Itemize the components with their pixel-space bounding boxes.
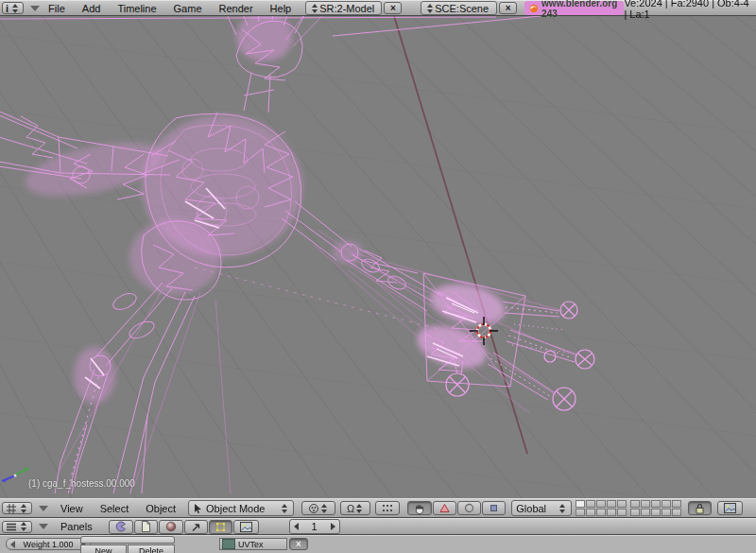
script-context-button[interactable]	[134, 520, 158, 534]
pivot-stepper-icon	[356, 504, 362, 513]
object-context-button[interactable]	[184, 520, 208, 534]
layer-buttons-1[interactable]	[576, 500, 627, 516]
editing-context-button[interactable]	[209, 520, 232, 534]
vertex-group-delete-button[interactable]: Delete	[128, 544, 175, 553]
context-button-group	[109, 520, 259, 534]
render-preview-button[interactable]	[717, 501, 743, 515]
menu-panels[interactable]: Panels	[52, 521, 101, 532]
buttons-editor-type-button[interactable]	[2, 521, 32, 533]
center-points-button[interactable]	[375, 501, 400, 515]
viewport-3d[interactable]: (1) cga_f_hostess.00.000	[0, 16, 756, 498]
close-icon: ×	[296, 540, 301, 549]
pivot-dropdown[interactable]: Ω	[340, 501, 370, 515]
wireframe-model[interactable]	[0, 16, 594, 493]
logic-context-button[interactable]	[109, 520, 133, 534]
orientation-stepper-icon	[559, 504, 565, 513]
frame-decrement-icon[interactable]	[294, 523, 299, 530]
scene-selector-value: SCE:Scene	[435, 3, 489, 14]
orientation-dropdown[interactable]: Global	[511, 500, 572, 516]
screen-selector-value: SR:2-Model	[319, 3, 374, 14]
menu-file[interactable]: File	[40, 3, 74, 14]
new-button-label: New	[94, 546, 112, 553]
layer-buttons-2[interactable]	[630, 500, 681, 516]
blender-window: i File Add Timeline Game Render Help SR:…	[0, 0, 756, 553]
scene-stats: Ve:2024 | Fa:2940 | Ob:4-4 | La:1	[624, 0, 751, 20]
scene-image-icon	[240, 522, 252, 532]
editor-type-button[interactable]	[2, 502, 32, 514]
draw-type-icon	[308, 503, 319, 514]
uvtex-name-field[interactable]: UVTex	[219, 538, 287, 550]
frame-increment-icon[interactable]	[331, 523, 335, 530]
close-icon: ×	[506, 4, 511, 13]
uvtex-delete-button[interactable]: ×	[289, 538, 308, 550]
layer-lock-button[interactable]	[688, 501, 712, 515]
scene-context-button[interactable]	[233, 520, 259, 534]
object-arrow-icon	[191, 522, 201, 532]
script-icon	[141, 521, 151, 532]
object-mode-icon	[193, 503, 203, 513]
active-object-label: (1) cga_f_hostess.00.000	[28, 478, 135, 489]
editing-mesh-icon	[215, 522, 226, 532]
version-banner: www.blender.org 243	[524, 1, 624, 15]
view-axis-indicator	[2, 468, 28, 482]
shading-sphere-icon	[165, 521, 177, 532]
lock-icon	[695, 503, 705, 514]
center-points-icon	[382, 504, 393, 513]
manipulator-scale-button[interactable]	[482, 501, 506, 515]
viewport-canvas[interactable]	[0, 16, 756, 498]
draw-type-stepper-icon	[321, 504, 327, 513]
draw-type-dropdown[interactable]	[301, 501, 335, 515]
scale-square-icon	[489, 503, 499, 513]
menu-help[interactable]: Help	[262, 3, 301, 14]
translate-triangle-icon	[439, 503, 450, 513]
buttons-editor-icon	[6, 522, 17, 532]
editor-type-stepper-icon	[21, 504, 26, 513]
mode-stepper-icon	[282, 504, 287, 513]
menu-view[interactable]: View	[52, 503, 92, 514]
mode-dropdown[interactable]: Object Mode	[188, 500, 294, 516]
mode-value: Object Mode	[206, 503, 280, 514]
screen-close-button[interactable]: ×	[384, 2, 402, 14]
logic-icon	[115, 521, 127, 532]
orientation-value: Global	[516, 503, 558, 514]
image-icon	[724, 503, 736, 513]
menu-add[interactable]: Add	[74, 3, 110, 14]
weight-field[interactable]: Weight 1.000	[6, 538, 91, 550]
window-type-stepper-icon	[12, 4, 18, 13]
uvtex-name: UVTex	[238, 540, 264, 549]
scene-close-button[interactable]: ×	[499, 2, 517, 14]
header-collapse-icon[interactable]	[39, 524, 48, 529]
manipulator-hand-button[interactable]	[407, 501, 432, 515]
manipulator-group	[407, 501, 506, 515]
frame-number-field[interactable]: 1	[289, 519, 340, 534]
scene-selector[interactable]: SCE:Scene	[421, 1, 497, 15]
top-header: i File Add Timeline Game Render Help SR:…	[0, 0, 756, 16]
editing-panel-strip: Weight 1.000 New Delete UVTex ×	[0, 535, 756, 553]
screen-stepper-icon	[312, 4, 318, 13]
menu-timeline[interactable]: Timeline	[109, 3, 164, 14]
delete-button-label: Delete	[139, 546, 163, 553]
view3d-header: View Select Object Object Mode Ω	[0, 498, 756, 518]
screen-selector[interactable]: SR:2-Model	[305, 1, 382, 15]
grid-lines	[0, 16, 756, 498]
close-icon: ×	[390, 4, 396, 13]
buttons-header: Panels	[0, 518, 756, 535]
weight-decrement-icon[interactable]	[10, 541, 15, 548]
header-collapse-icon[interactable]	[39, 506, 48, 511]
info-window-icon: i	[6, 3, 9, 14]
uvtex-active-swatch[interactable]	[222, 539, 235, 549]
menu-object[interactable]: Object	[137, 503, 184, 514]
blender-logo-icon	[529, 3, 539, 14]
menu-game[interactable]: Game	[165, 3, 211, 14]
pivot-icon: Ω	[347, 503, 354, 514]
window-type-button[interactable]: i	[2, 2, 24, 14]
vertex-group-selector[interactable]	[80, 536, 175, 544]
manipulator-rotate-button[interactable]	[457, 501, 481, 515]
scene-stepper-icon	[427, 4, 433, 13]
menu-select[interactable]: Select	[92, 503, 138, 514]
menu-render[interactable]: Render	[211, 3, 262, 14]
shading-context-button[interactable]	[159, 520, 183, 534]
manipulator-translate-button[interactable]	[433, 501, 456, 515]
header-collapse-icon[interactable]	[30, 6, 40, 11]
vertex-group-new-button[interactable]: New	[80, 544, 127, 553]
